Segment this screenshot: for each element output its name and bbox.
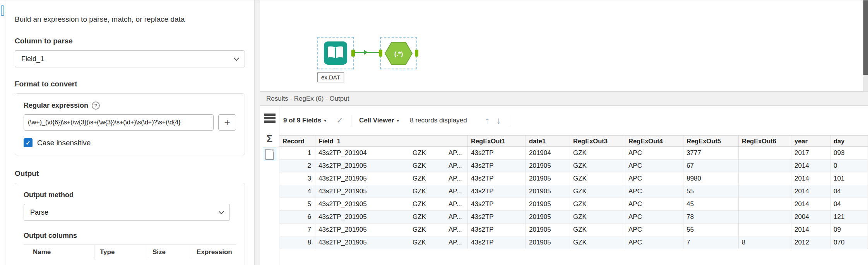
field1-cell[interactable]: 43s2TP_201905GZKAP... <box>315 172 468 185</box>
data-cell[interactable] <box>739 172 791 185</box>
data-cell[interactable]: 2014 <box>791 172 830 185</box>
data-cell[interactable]: 201905 <box>526 236 570 249</box>
data-cell[interactable]: 67 <box>683 160 739 172</box>
data-cell[interactable]: APC <box>625 172 683 185</box>
data-cell[interactable] <box>739 147 791 160</box>
column-header-type[interactable]: Type <box>94 245 147 260</box>
data-cell[interactable]: GZK <box>570 147 625 160</box>
data-cell[interactable]: APC <box>625 185 683 198</box>
data-cell[interactable]: 121 <box>830 211 868 224</box>
record-cell[interactable]: 2 <box>279 160 315 172</box>
data-cell[interactable]: 8 <box>739 236 791 249</box>
field1-cell[interactable]: 43s2TP_201904GZKAP... <box>315 147 468 160</box>
data-cell[interactable]: 43s2TP <box>468 236 526 249</box>
data-cell[interactable] <box>739 211 791 224</box>
data-cell[interactable]: APC <box>625 147 683 160</box>
data-cell[interactable]: 2014 <box>791 185 830 198</box>
scrollbar-thumb[interactable] <box>1 5 4 16</box>
field1-cell[interactable]: 43s2TP_201905GZKAP... <box>315 185 468 198</box>
field1-cell[interactable]: 43s2TP_201905GZKAP... <box>315 160 468 172</box>
data-cell[interactable]: 201904 <box>526 147 570 160</box>
col-header-record[interactable]: Record <box>279 136 315 146</box>
panel-divider[interactable] <box>255 0 260 265</box>
data-cell[interactable]: GZK <box>570 172 625 185</box>
data-cell[interactable]: GZK <box>570 236 625 249</box>
data-cell[interactable]: GZK <box>570 185 625 198</box>
data-cell[interactable]: 201905 <box>526 211 570 224</box>
help-icon[interactable]: ? <box>92 102 100 110</box>
scrollbar-thumb[interactable] <box>863 0 868 75</box>
data-cell[interactable]: APC <box>625 160 683 172</box>
scroll-down-icon[interactable]: ↓ <box>496 115 501 126</box>
data-cell[interactable]: 43s2TP <box>468 172 526 185</box>
output-method-select[interactable]: Parse <box>24 204 230 221</box>
data-cell[interactable]: GZK <box>570 224 625 236</box>
table-row[interactable]: 443s2TP_201905GZKAP...43s2TP201905GZKAPC… <box>279 185 868 198</box>
field1-cell[interactable]: 43s2TP_201905GZKAP... <box>315 224 468 236</box>
data-cell[interactable]: 070 <box>830 236 868 249</box>
data-cell[interactable]: 201905 <box>526 185 570 198</box>
data-cell[interactable]: 43s2TP <box>468 198 526 211</box>
data-cell[interactable]: 04 <box>830 198 868 211</box>
data-cell[interactable]: 55 <box>683 185 739 198</box>
data-cell[interactable]: 201905 <box>526 160 570 172</box>
data-cell[interactable]: 201905 <box>526 172 570 185</box>
add-expression-button[interactable]: + <box>218 114 236 131</box>
config-panel-scrollbar[interactable] <box>0 0 5 265</box>
canvas-vertical-scrollbar[interactable] <box>863 0 868 91</box>
table-row[interactable]: 343s2TP_201905GZKAP...43s2TP201905GZKAPC… <box>279 172 868 185</box>
field1-cell[interactable]: 43s2TP_201905GZKAP... <box>315 211 468 224</box>
data-cell[interactable]: 101 <box>830 172 868 185</box>
col-header-regexout1[interactable]: RegExOut1 <box>468 136 526 146</box>
data-cell[interactable]: 43s2TP <box>468 160 526 172</box>
field1-cell[interactable]: 43s2TP_201905GZKAP... <box>315 236 468 249</box>
metadata-page-icon[interactable] <box>263 148 276 161</box>
data-cell[interactable]: APC <box>625 236 683 249</box>
data-cell[interactable]: 43s2TP <box>468 147 526 160</box>
col-header-year[interactable]: year <box>791 136 830 146</box>
column-to-parse-select[interactable]: Field_1 <box>15 50 245 67</box>
workflow-canvas[interactable]: (.*) ex.DAT <box>260 0 868 91</box>
column-header-size[interactable]: Size <box>147 245 191 260</box>
col-header-regexout3[interactable]: RegExOut3 <box>570 136 625 146</box>
record-cell[interactable]: 3 <box>279 172 315 185</box>
data-cell[interactable] <box>739 160 791 172</box>
data-cell[interactable]: 2014 <box>791 224 830 236</box>
data-cell[interactable]: 2004 <box>791 211 830 224</box>
data-cell[interactable]: 78 <box>683 211 739 224</box>
data-cell[interactable]: APC <box>625 198 683 211</box>
table-row[interactable]: 643s2TP_201905GZKAP...43s2TP201905GZKAPC… <box>279 211 868 224</box>
data-cell[interactable]: 8980 <box>683 172 739 185</box>
data-cell[interactable]: 2017 <box>791 147 830 160</box>
data-cell[interactable]: 7 <box>683 236 739 249</box>
data-cell[interactable] <box>739 185 791 198</box>
apply-check-icon[interactable]: ✓ <box>336 116 343 125</box>
data-cell[interactable]: GZK <box>570 198 625 211</box>
regex-input[interactable] <box>24 114 214 131</box>
data-cell[interactable]: GZK <box>570 211 625 224</box>
output-anchor[interactable] <box>415 50 418 57</box>
col-header-date1[interactable]: date1 <box>526 136 570 146</box>
data-cell[interactable]: 2012 <box>791 236 830 249</box>
col-header-field1[interactable]: Field_1 <box>315 136 468 146</box>
data-cell[interactable]: 45 <box>683 198 739 211</box>
table-row[interactable]: 743s2TP_201905GZKAP...43s2TP201905GZKAPC… <box>279 224 868 236</box>
scroll-up-icon[interactable]: ↑ <box>485 115 490 126</box>
data-cell[interactable]: 201905 <box>526 224 570 236</box>
record-cell[interactable]: 6 <box>279 211 315 224</box>
data-cell[interactable]: 43s2TP <box>468 224 526 236</box>
column-header-expression[interactable]: Expression <box>191 245 236 260</box>
column-header-name[interactable]: Name <box>24 245 94 260</box>
col-header-regexout6[interactable]: RegExOut6 <box>739 136 791 146</box>
data-cell[interactable]: GZK <box>570 160 625 172</box>
record-cell[interactable]: 1 <box>279 147 315 160</box>
data-cell[interactable]: APC <box>625 211 683 224</box>
col-header-day[interactable]: day <box>830 136 868 146</box>
table-row[interactable]: 243s2TP_201905GZKAP...43s2TP201905GZKAPC… <box>279 160 868 172</box>
data-cell[interactable]: 09 <box>830 224 868 236</box>
data-cell[interactable]: 2014 <box>791 160 830 172</box>
data-cell[interactable]: 2014 <box>791 198 830 211</box>
sigma-data-view-icon[interactable]: Σ <box>267 133 273 145</box>
field1-cell[interactable]: 43s2TP_201905GZKAP... <box>315 198 468 211</box>
data-cell[interactable]: 0 <box>830 160 868 172</box>
